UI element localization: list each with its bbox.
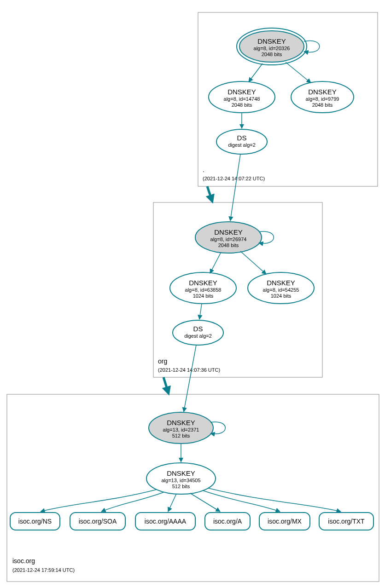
node-org-zsk1-alg: alg=8, id=63858 bbox=[185, 287, 222, 293]
node-root-zsk2: DNSKEY alg=8, id=9799 2048 bits bbox=[291, 81, 354, 113]
edge-zsk-mx bbox=[203, 490, 280, 512]
dnssec-trust-graph: . (2021-12-24 14:07:22 UTC) DNSKEY alg=8… bbox=[0, 0, 385, 588]
record-soa: isoc.org/SOA bbox=[70, 513, 125, 530]
edge-org-zsk1-ds bbox=[199, 304, 202, 319]
node-org-ds-title: DS bbox=[193, 325, 203, 333]
node-root-zsk1-alg: alg=8, id=14748 bbox=[224, 96, 260, 102]
zone-root-label: . bbox=[203, 166, 204, 173]
node-root-ds-alg: digest alg=2 bbox=[228, 142, 256, 148]
node-root-zsk2-bits: 2048 bits bbox=[312, 102, 333, 108]
node-org-zsk2-title: DNSKEY bbox=[267, 279, 295, 287]
svg-point-4 bbox=[216, 129, 267, 154]
node-org-ksk-bits: 2048 bits bbox=[218, 242, 239, 248]
node-isoc-ksk-bits: 512 bits bbox=[172, 433, 190, 438]
node-root-ksk: DNSKEY alg=8, id=20326 2048 bits bbox=[237, 28, 307, 65]
edge-zsk-aaaa bbox=[168, 494, 176, 512]
record-soa-label: isoc.org/SOA bbox=[79, 518, 117, 525]
edge-org-ksk-zsk1 bbox=[210, 252, 221, 273]
svg-point-8 bbox=[173, 320, 223, 345]
node-isoc-ksk: DNSKEY alg=13, id=2371 512 bits bbox=[149, 412, 213, 444]
zone-isoc-label: isoc.org bbox=[12, 557, 35, 565]
node-root-ksk-bits: 2048 bits bbox=[262, 52, 282, 57]
edge-zsk-a bbox=[190, 493, 220, 512]
record-mx-label: isoc.org/MX bbox=[268, 518, 302, 525]
record-aaaa-label: isoc.org/AAAA bbox=[145, 518, 187, 525]
record-ns-label: isoc.org/NS bbox=[18, 518, 52, 525]
node-org-zsk1-title: DNSKEY bbox=[189, 279, 217, 287]
node-isoc-zsk: DNSKEY alg=13, id=34505 512 bits bbox=[146, 463, 216, 494]
edge-root-ksk-zsk1 bbox=[249, 63, 262, 82]
node-root-zsk1: DNSKEY alg=8, id=14748 2048 bits bbox=[209, 81, 275, 113]
node-isoc-ksk-alg: alg=13, id=2371 bbox=[163, 427, 199, 432]
edge-root-to-org-zone bbox=[207, 186, 212, 200]
record-a-label: isoc.org/A bbox=[213, 518, 242, 525]
edge-root-ds-org-ksk bbox=[230, 154, 240, 221]
record-txt: isoc.org/TXT bbox=[319, 513, 373, 530]
node-root-ksk-alg: alg=8, id=20326 bbox=[254, 46, 290, 51]
record-a: isoc.org/A bbox=[205, 513, 250, 530]
zone-org-timestamp: (2021-12-24 14:07:36 UTC) bbox=[158, 367, 220, 373]
edge-zsk-ns bbox=[41, 490, 157, 512]
node-org-ds-alg: digest alg=2 bbox=[184, 333, 212, 339]
record-mx: isoc.org/MX bbox=[259, 513, 310, 530]
edge-zsk-txt bbox=[208, 488, 341, 512]
edge-org-to-isoc-zone bbox=[163, 377, 168, 392]
node-root-zsk1-title: DNSKEY bbox=[228, 88, 256, 96]
node-org-zsk1-bits: 1024 bits bbox=[193, 293, 214, 299]
node-root-zsk1-bits: 2048 bits bbox=[232, 102, 252, 108]
record-ns: isoc.org/NS bbox=[10, 513, 60, 530]
edge-org-ds-isoc-ksk bbox=[184, 345, 196, 412]
node-isoc-zsk-title: DNSKEY bbox=[167, 469, 195, 477]
node-isoc-zsk-bits: 512 bits bbox=[172, 484, 190, 489]
node-root-zsk2-title: DNSKEY bbox=[308, 88, 337, 96]
node-root-zsk2-alg: alg=8, id=9799 bbox=[306, 96, 339, 102]
zone-org-label: org bbox=[158, 357, 167, 365]
edge-root-ksk-zsk2 bbox=[286, 62, 311, 83]
node-isoc-zsk-alg: alg=13, id=34505 bbox=[161, 478, 200, 483]
node-org-zsk2: DNSKEY alg=8, id=54255 1024 bits bbox=[248, 272, 314, 304]
node-org-zsk2-bits: 1024 bits bbox=[271, 293, 292, 299]
zone-root-timestamp: (2021-12-24 14:07:22 UTC) bbox=[203, 176, 265, 181]
zone-isoc-timestamp: (2021-12-24 17:59:14 UTC) bbox=[12, 567, 75, 573]
edge-org-ksk-zsk2 bbox=[240, 251, 266, 274]
node-root-ksk-title: DNSKEY bbox=[257, 37, 286, 45]
node-org-ds: DS digest alg=2 bbox=[173, 320, 223, 345]
node-org-ksk-title: DNSKEY bbox=[214, 228, 243, 236]
node-root-ds-title: DS bbox=[237, 134, 247, 142]
node-org-ksk: DNSKEY alg=8, id=26974 2048 bits bbox=[195, 222, 262, 253]
node-org-zsk1: DNSKEY alg=8, id=63858 1024 bits bbox=[170, 272, 236, 304]
node-isoc-ksk-title: DNSKEY bbox=[167, 419, 195, 427]
node-org-ksk-alg: alg=8, id=26974 bbox=[210, 236, 247, 242]
node-org-zsk2-alg: alg=8, id=54255 bbox=[263, 287, 299, 293]
node-root-ds: DS digest alg=2 bbox=[216, 129, 267, 154]
record-txt-label: isoc.org/TXT bbox=[328, 518, 365, 525]
record-aaaa: isoc.org/AAAA bbox=[135, 513, 195, 530]
